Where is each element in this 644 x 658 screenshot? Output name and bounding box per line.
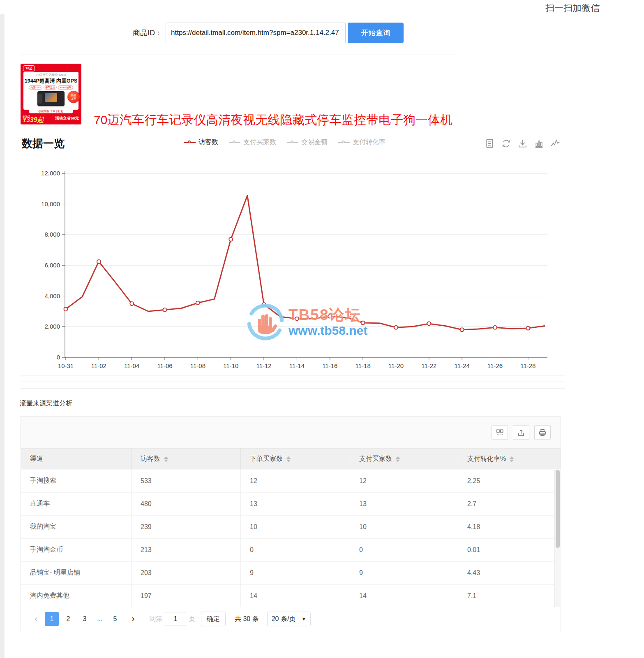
new-arrival-badge: 新品上市 — [67, 91, 80, 103]
page-button-3[interactable]: 3 — [78, 612, 92, 626]
svg-text:11-04: 11-04 — [124, 362, 139, 369]
product-title: 70迈汽车行车记录仪高清夜视无线隐藏式停车监控带电子狗一体机 — [94, 112, 488, 129]
svg-text:2,000: 2,000 — [44, 323, 60, 330]
product-thumbnail[interactable]: 70迈 70迈行车记录仪 A500 1944P超高清 内置GPS 内置GPS 停… — [21, 64, 81, 124]
page-size-value: 20 条/页 — [272, 615, 296, 623]
svg-text:11-16: 11-16 — [322, 362, 337, 369]
page-unit-label: 页 — [189, 615, 195, 623]
feature-pill: 停车监控 — [44, 85, 57, 90]
dashcam-screen — [45, 93, 57, 102]
svg-text:11-12: 11-12 — [256, 362, 271, 369]
table-row[interactable]: 手淘搜索 533 12 12 2.25 — [21, 469, 561, 492]
svg-text:10-31: 10-31 — [58, 362, 74, 369]
sort-icon[interactable] — [396, 456, 400, 462]
legend-label: 访客数 — [199, 138, 218, 147]
column-header-visitors[interactable]: 访客数 — [132, 449, 241, 469]
table-row[interactable]: 品销宝- 明星店铺 203 9 9 4.43 — [21, 561, 561, 584]
feature-pill: 内置GPS — [29, 85, 42, 90]
product-id-label: 商品ID： — [133, 28, 162, 38]
legend-item-pay-buyers[interactable]: 支付买家数 — [229, 138, 276, 147]
data-view-icon[interactable] — [484, 138, 495, 149]
visitors-trend-chart[interactable]: 02,0004,0006,0008,00010,00012,00010-3111… — [16, 161, 555, 371]
divider — [21, 375, 565, 375]
traffic-table: 渠道 访客数 下单买家数 支付买家数 支付转化率% 手淘搜索 533 12 — [21, 416, 561, 631]
chart-legend: 访客数 支付买家数 交易金额 支付转化率 — [184, 138, 385, 147]
svg-text:11-08: 11-08 — [190, 362, 205, 369]
traffic-section-title: 流量来源渠道分析 — [20, 399, 72, 408]
legend-item-transaction-amount[interactable]: 交易金额 — [287, 138, 328, 147]
table-row[interactable]: 我的淘宝 239 10 10 4.18 — [21, 515, 561, 538]
prev-page-button[interactable]: ‹ — [30, 614, 42, 624]
sort-icon[interactable] — [164, 456, 168, 462]
column-header-pay-rate[interactable]: 支付转化率% — [458, 449, 561, 469]
page-button-5[interactable]: 5 — [108, 612, 122, 626]
svg-text:11-20: 11-20 — [388, 362, 404, 369]
page-ellipsis: ... — [94, 615, 106, 623]
wechat-hint-text: 扫一扫加微信 — [545, 2, 600, 14]
svg-text:0: 0 — [57, 354, 60, 361]
divider — [21, 382, 565, 382]
refresh-icon[interactable] — [501, 138, 512, 149]
svg-text:6,000: 6,000 — [44, 262, 60, 269]
thumb-card: 70迈行车记录仪 A500 1944P超高清 内置GPS 内置GPS 停车监控 … — [23, 72, 78, 110]
start-query-button[interactable]: 开始查询 — [348, 23, 404, 43]
svg-text:8,000: 8,000 — [44, 231, 60, 238]
legend-marker-icon — [338, 140, 350, 145]
brand-logo: 70迈 — [23, 65, 35, 71]
table-toolbar — [21, 416, 561, 448]
svg-text:11-10: 11-10 — [223, 362, 238, 369]
pagination: ‹ 1 2 3 ... 5 › 到第 页 确定 共 30 条 20 条/页 ▼ — [21, 607, 561, 631]
visitors-chart: 02,0004,0006,0008,00010,00012,00010-3111… — [16, 161, 555, 371]
table-row[interactable]: 直通车 480 13 13 2.7 — [21, 492, 561, 515]
promo-bottom-text: 活动立省60元 — [55, 116, 79, 121]
export-icon[interactable] — [513, 425, 529, 440]
page-button-2[interactable]: 2 — [61, 612, 75, 626]
price-tag: 到手价 ¥339起 — [23, 114, 44, 123]
overview-section-title: 数据一览 — [22, 136, 65, 151]
columns-icon[interactable] — [492, 425, 508, 440]
dashcam-lens — [38, 94, 42, 104]
table-row[interactable]: 手淘淘金币 213 0 0 0.01 — [21, 538, 561, 561]
page-button-1[interactable]: 1 — [45, 612, 59, 626]
svg-text:11-14: 11-14 — [289, 362, 305, 369]
product-id-input[interactable] — [166, 23, 346, 43]
dashcam-photo — [37, 91, 65, 106]
svg-text:11-02: 11-02 — [91, 362, 106, 369]
left-gutter — [0, 14, 5, 658]
legend-marker-icon — [229, 140, 240, 145]
next-page-button[interactable]: › — [127, 614, 139, 624]
table-row[interactable]: 淘内免费其他 197 14 14 7.1 — [21, 584, 561, 607]
legend-label: 支付转化率 — [353, 138, 385, 147]
sort-icon[interactable] — [286, 456, 291, 462]
divider — [21, 55, 458, 55]
svg-text:11-24: 11-24 — [455, 362, 470, 369]
svg-text:10,000: 10,000 — [41, 200, 60, 207]
svg-text:11-28: 11-28 — [520, 362, 536, 369]
print-icon[interactable] — [534, 425, 551, 440]
thumb-model-line: 70迈行车记录仪 A500 — [23, 73, 78, 77]
column-header-pay-buyers[interactable]: 支付买家数 — [350, 449, 458, 469]
legend-item-visitors[interactable]: 访客数 — [184, 138, 218, 147]
scrollbar-thumb[interactable] — [556, 470, 560, 548]
svg-text:11-26: 11-26 — [487, 362, 503, 369]
promo-pill: 收藏加购 下单享好礼 — [29, 109, 73, 113]
column-header-order-buyers[interactable]: 下单买家数 — [241, 449, 350, 469]
bar-chart-icon[interactable] — [533, 138, 545, 149]
goto-page-input[interactable] — [165, 612, 186, 626]
chart-toolbox — [484, 138, 561, 149]
sort-icon[interactable] — [510, 456, 514, 462]
page: 扫一扫加微信 商品ID： 开始查询 70迈 70迈行车记录仪 A500 1944… — [0, 0, 644, 658]
download-icon[interactable] — [517, 138, 528, 149]
confirm-page-button[interactable]: 确定 — [201, 612, 226, 626]
legend-marker-icon — [184, 140, 196, 145]
legend-label: 交易金额 — [301, 138, 328, 147]
svg-text:11-06: 11-06 — [157, 362, 172, 369]
caret-down-icon: ▼ — [302, 617, 306, 621]
page-size-select[interactable]: 20 条/页 ▼ — [267, 612, 311, 626]
legend-item-conversion-rate[interactable]: 支付转化率 — [338, 138, 385, 147]
table-scrollbar[interactable] — [554, 470, 560, 608]
line-chart-icon[interactable] — [550, 138, 561, 149]
svg-text:11-18: 11-18 — [355, 362, 370, 369]
svg-text:12,000: 12,000 — [41, 170, 60, 177]
svg-text:4,000: 4,000 — [44, 292, 60, 299]
